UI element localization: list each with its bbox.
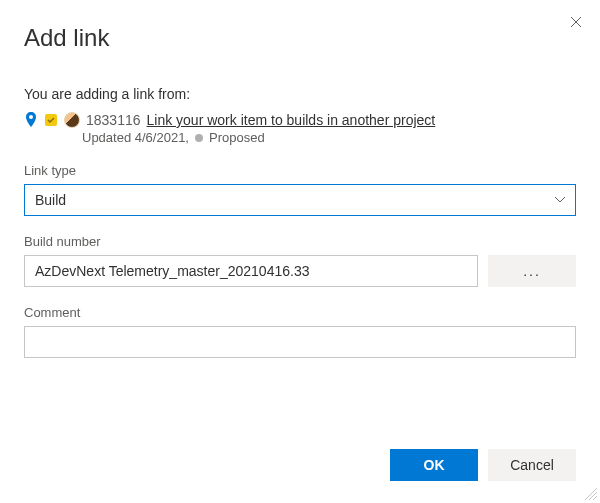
state-text: Proposed xyxy=(209,130,265,145)
resize-grip-icon[interactable] xyxy=(584,487,598,501)
work-item-row: 1833116 Link your work item to builds in… xyxy=(24,112,576,128)
build-number-label: Build number xyxy=(24,234,576,249)
pin-icon xyxy=(24,112,38,128)
dialog-footer: OK Cancel xyxy=(390,449,576,481)
dialog-title: Add link xyxy=(24,24,576,52)
updated-text: Updated 4/6/2021, xyxy=(82,130,189,145)
subtitle-text: You are adding a link from: xyxy=(24,86,576,102)
work-item-type-icon xyxy=(44,113,58,127)
ok-button[interactable]: OK xyxy=(390,449,478,481)
close-icon xyxy=(570,16,582,28)
cancel-button[interactable]: Cancel xyxy=(488,449,576,481)
comment-label: Comment xyxy=(24,305,576,320)
work-item-title-link[interactable]: Link your work item to builds in another… xyxy=(147,112,436,128)
work-item-id: 1833116 xyxy=(86,112,141,128)
link-type-label: Link type xyxy=(24,163,576,178)
comment-input[interactable] xyxy=(24,326,576,358)
avatar xyxy=(64,112,80,128)
build-number-input[interactable] xyxy=(24,255,478,287)
link-type-select[interactable]: Build xyxy=(24,184,576,216)
close-button[interactable] xyxy=(566,12,586,32)
add-link-dialog: Add link You are adding a link from: 183… xyxy=(0,0,600,503)
svg-point-0 xyxy=(29,115,33,119)
link-type-value: Build xyxy=(35,192,66,208)
state-dot-icon xyxy=(195,134,203,142)
work-item-meta: Updated 4/6/2021, Proposed xyxy=(82,130,576,145)
browse-button[interactable]: ... xyxy=(488,255,576,287)
